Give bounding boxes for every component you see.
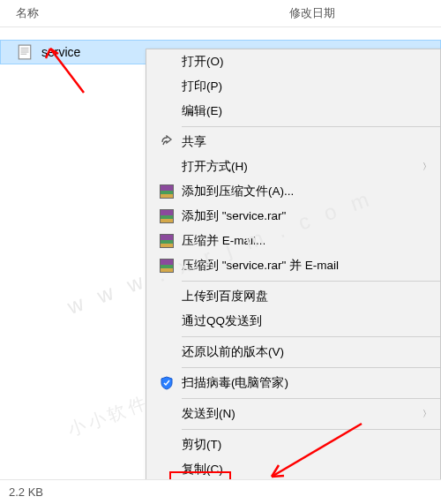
share-icon [157, 135, 176, 149]
text-file-icon [17, 44, 33, 60]
menu-open[interactable]: 打开(O) [146, 49, 440, 74]
watermark-brand: 小小软件 [64, 391, 152, 442]
menu-add-archive[interactable]: 添加到压缩文件(A)... [146, 179, 440, 204]
separator [182, 367, 440, 368]
shield-icon [157, 376, 176, 390]
chevron-right-icon: 〉 [422, 161, 440, 173]
separator [182, 336, 440, 337]
chevron-right-icon: 〉 [422, 408, 440, 420]
menu-restore-versions[interactable]: 还原以前的版本(V) [146, 340, 440, 365]
menu-print[interactable]: 打印(P) [146, 74, 440, 99]
menu-edit[interactable]: 编辑(E) [146, 99, 440, 124]
winrar-icon [157, 184, 176, 199]
status-bar: 2.2 KB [0, 479, 441, 504]
columns-header: 名称 修改日期 [0, 0, 441, 27]
menu-copy[interactable]: 复制(C) [146, 457, 440, 482]
separator [182, 126, 440, 127]
winrar-icon [157, 234, 176, 248]
menu-send-qq[interactable]: 通过QQ发送到 [146, 309, 440, 334]
separator [182, 398, 440, 399]
separator [182, 429, 440, 430]
menu-scan-virus[interactable]: 扫描病毒(电脑管家) [146, 371, 440, 395]
menu-add-rar[interactable]: 添加到 "service.rar" [146, 204, 440, 229]
winrar-icon [157, 259, 176, 273]
menu-cut[interactable]: 剪切(T) [146, 433, 440, 457]
menu-open-with[interactable]: 打开方式(H)〉 [146, 154, 440, 179]
menu-compress-email[interactable]: 压缩并 E-mail... [146, 229, 440, 253]
file-size: 2.2 KB [9, 485, 43, 499]
menu-upload-baidu[interactable]: 上传到百度网盘 [146, 284, 440, 309]
separator [182, 281, 440, 282]
column-date[interactable]: 修改日期 [289, 5, 441, 21]
column-name[interactable]: 名称 [16, 5, 289, 21]
context-menu: 打开(O) 打印(P) 编辑(E) 共享 打开方式(H)〉 添加到压缩文件(A)… [146, 49, 441, 483]
winrar-icon [157, 209, 176, 223]
menu-send-to[interactable]: 发送到(N)〉 [146, 402, 440, 426]
menu-compress-rar-email[interactable]: 压缩到 "service.rar" 并 E-mail [146, 253, 440, 278]
menu-share[interactable]: 共享 [146, 130, 440, 154]
